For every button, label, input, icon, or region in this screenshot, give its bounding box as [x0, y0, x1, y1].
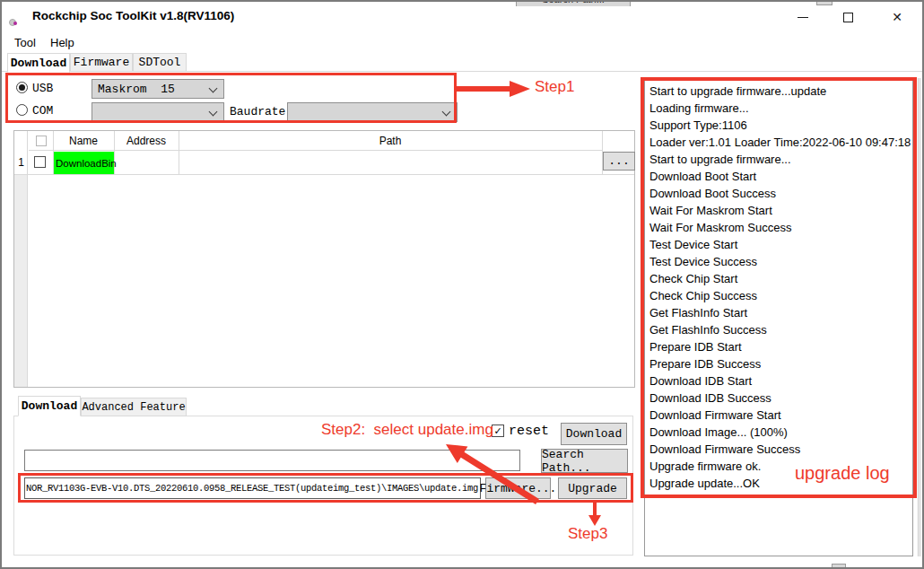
maximize-button[interactable] — [827, 4, 868, 31]
select-all-checkbox[interactable] — [36, 136, 47, 146]
upgrade-log-panel[interactable]: Start to upgrade firmware...updateLoadin… — [644, 79, 913, 556]
row-checkbox[interactable] — [34, 156, 46, 168]
browse-path-button[interactable]: ... — [603, 152, 635, 171]
chevron-down-icon — [209, 84, 218, 93]
log-line: Download Firmware Success — [649, 441, 908, 458]
log-line: Check Chip Start — [649, 270, 908, 287]
column-header-address: Address — [114, 131, 179, 151]
log-line: Test Device Success — [649, 253, 908, 270]
log-line: Download IDB Success — [649, 390, 908, 407]
chevron-down-icon — [442, 108, 451, 117]
step1-arrow — [455, 79, 532, 99]
background-window-artifact — [816, 2, 832, 5]
menu-help[interactable]: Help — [47, 34, 78, 51]
subtab-advanced-feature[interactable]: Advanced Feature — [81, 398, 187, 416]
header-checkbox-cell — [29, 131, 53, 151]
maximize-icon — [843, 13, 853, 22]
tab-firmware[interactable]: Firmware — [70, 53, 133, 72]
step1-annotation: Step1 — [535, 78, 574, 96]
search-path-button[interactable]: Search Path... — [541, 449, 628, 473]
firmware-button[interactable]: Firmware... — [485, 477, 551, 499]
download-panel: Step2: select update.img ✓ reset Downloa… — [13, 416, 633, 556]
log-line: Download Boot Success — [649, 185, 908, 202]
log-line: Prepare IDB Success — [649, 355, 908, 372]
background-window-artifact — [832, 564, 846, 569]
app-window: Rockchip Soc ToolKit v1.8(RV1106) ✕ Sear… — [0, 0, 924, 569]
column-header-name: Name — [53, 131, 114, 151]
tab-download[interactable]: Download — [7, 53, 70, 73]
download-file-table: Name Address Path 1 DownloadBin ... — [13, 130, 635, 388]
firmware-path-input[interactable] — [24, 477, 481, 499]
usb-radio[interactable] — [16, 82, 28, 93]
app-logo-icon — [11, 10, 26, 25]
usb-device-select[interactable]: Maskrom 15 — [92, 79, 224, 99]
step3-arrow — [586, 501, 604, 528]
baudrate-select[interactable] — [287, 102, 458, 122]
com-port-select[interactable] — [92, 102, 224, 122]
log-line: Download Image... (100%) — [649, 424, 908, 441]
window-edge-artifact — [918, 78, 920, 556]
reset-checkbox-label: reset — [509, 424, 549, 439]
column-header-path: Path — [179, 131, 602, 151]
minimize-icon — [798, 17, 808, 18]
log-line: Loading firmware... — [649, 100, 908, 117]
log-line: Download Firmware Start — [649, 407, 908, 424]
log-line: Wait For Maskrom Success — [649, 219, 908, 236]
minimize-button[interactable] — [782, 4, 824, 31]
log-line: Start to upgrade firmware... — [649, 151, 908, 168]
table-cell-name[interactable]: DownloadBin — [54, 152, 114, 174]
row-divider — [14, 174, 634, 175]
window-title: Rockchip Soc ToolKit v1.8(RV1106) — [32, 9, 234, 22]
log-line: Wait For Maskrom Start — [649, 202, 908, 219]
baudrate-label: Baudrate: — [230, 105, 292, 118]
table-cell-path[interactable] — [179, 152, 601, 174]
menu-tool[interactable]: Tool — [11, 34, 39, 51]
log-line: Get FlashInfo Success — [649, 321, 908, 338]
log-line: Support Type:1106 — [649, 117, 908, 134]
reset-checkbox[interactable]: ✓ — [492, 425, 504, 437]
checkmark-icon: ✓ — [493, 426, 501, 436]
usb-device-value: Maskrom 15 — [98, 83, 175, 96]
log-line: Download IDB Start — [649, 372, 908, 390]
upgrade-log-annotation: upgrade log — [795, 463, 890, 484]
com-radio[interactable] — [16, 104, 28, 116]
row-number: 1 — [14, 151, 28, 174]
log-line: Check Chip Success — [649, 287, 908, 304]
close-button[interactable]: ✕ — [874, 4, 920, 31]
subtab-download[interactable]: Download — [18, 396, 81, 416]
step3-annotation: Step3 — [568, 525, 607, 543]
close-icon: ✕ — [892, 11, 902, 23]
download-button[interactable]: Download — [561, 423, 627, 445]
background-window-artifact: Search Path... — [516, 2, 631, 6]
com-radio-label: COM — [32, 104, 53, 118]
search-path-input[interactable] — [24, 450, 520, 471]
table-cell-address[interactable] — [115, 152, 178, 174]
tab-sdtool[interactable]: SDTool — [133, 53, 187, 72]
log-line: Get FlashInfo Start — [649, 304, 908, 321]
step2-annotation: Step2: select update.img — [321, 421, 493, 439]
chevron-down-icon — [209, 108, 218, 117]
log-line: Loader ver:1.01 Loader Time:2022-06-10 0… — [649, 134, 908, 151]
log-line: Download Boot Start — [649, 168, 908, 185]
usb-radio-label: USB — [32, 82, 53, 95]
upgrade-button[interactable]: Upgrade — [558, 477, 627, 499]
log-line: Prepare IDB Start — [649, 338, 908, 355]
log-line: Test Device Start — [649, 236, 908, 253]
log-line: Start to upgrade firmware...update — [649, 83, 908, 100]
